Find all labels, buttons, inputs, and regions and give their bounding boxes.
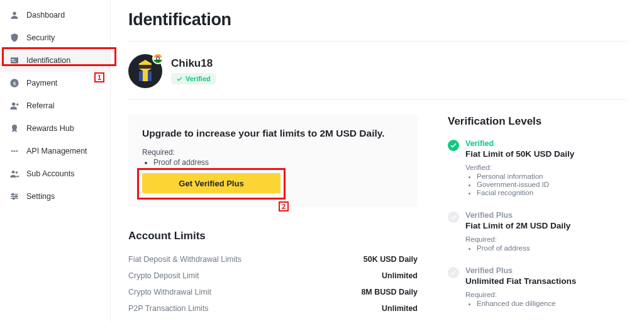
annotation-box-2: 2 xyxy=(137,168,286,200)
sidebar-item-label: Referral xyxy=(26,101,54,110)
svg-text:$: $ xyxy=(13,81,16,86)
status-badge-label: Verified xyxy=(186,75,211,82)
sidebar-item-api[interactable]: API Management xyxy=(0,140,110,162)
limits-row: Fiat Deposit & Withdrawal Limits50K USD … xyxy=(128,251,418,268)
divider xyxy=(128,41,626,42)
users-icon xyxy=(9,168,20,179)
svg-rect-18 xyxy=(139,65,152,69)
shield-icon xyxy=(9,32,20,43)
sliders-icon xyxy=(9,191,20,202)
sidebar-item-payment[interactable]: $ Payment xyxy=(0,72,110,94)
svg-point-9 xyxy=(14,150,16,152)
svg-point-7 xyxy=(12,125,17,130)
upgrade-required-list: Proof of address xyxy=(142,158,404,167)
svg-point-6 xyxy=(12,103,15,106)
svg-rect-2 xyxy=(11,59,14,60)
level-name: Verified Plus xyxy=(465,211,570,220)
level-name: Verified xyxy=(465,139,574,148)
dollar-icon: $ xyxy=(9,77,20,89)
verification-level: Verified Plus Unlimited Fiat Transaction… xyxy=(448,266,626,308)
verification-level: Verified Plus Fiat Limit of 2M USD Daily… xyxy=(448,211,626,252)
limits-label: P2P Transaction Limits xyxy=(128,304,209,313)
person-icon xyxy=(9,9,20,21)
medal-icon xyxy=(9,123,20,134)
sidebar-item-identification[interactable]: Identification xyxy=(0,49,110,72)
id-card-icon xyxy=(9,55,20,66)
main-content: Identification Chiku18 Verified Upgrade … xyxy=(110,0,644,322)
svg-point-0 xyxy=(13,12,16,15)
limits-value: 50K USD Daily xyxy=(364,255,418,264)
level-item: Personal information xyxy=(477,172,574,180)
sidebar-item-security[interactable]: Security xyxy=(0,26,110,49)
sidebar-item-label: Sub Accounts xyxy=(26,169,74,178)
limits-value: 8M BUSD Daily xyxy=(361,288,418,296)
svg-point-8 xyxy=(11,150,13,152)
sidebar-item-referral[interactable]: Referral xyxy=(0,94,110,117)
page-title: Identification xyxy=(128,10,626,30)
avatar xyxy=(128,54,162,88)
check-circle-icon xyxy=(448,140,459,151)
level-item: Proof of address xyxy=(477,244,570,252)
limits-value: Unlimited xyxy=(382,271,418,280)
verification-level: Verified Fiat Limit of 50K USD Daily Ver… xyxy=(448,139,626,197)
svg-rect-1 xyxy=(11,57,18,63)
level-limit: Fiat Limit of 50K USD Daily xyxy=(465,149,574,159)
sidebar-item-sub-accounts[interactable]: Sub Accounts xyxy=(0,162,110,185)
sidebar: Dashboard Security Identification $ Paym… xyxy=(0,0,110,322)
sidebar-item-label: Payment xyxy=(26,79,57,87)
level-sub-label: Required: xyxy=(465,235,570,243)
check-circle-icon xyxy=(448,212,459,223)
svg-point-13 xyxy=(12,193,14,195)
sidebar-item-rewards[interactable]: Rewards Hub xyxy=(0,117,110,140)
svg-point-14 xyxy=(15,196,17,198)
check-icon xyxy=(176,76,183,82)
svg-rect-3 xyxy=(11,61,16,62)
upgrade-required-label: Required: xyxy=(142,148,404,157)
add-user-icon xyxy=(9,100,20,111)
level-item: Enhanced due dilligence xyxy=(477,300,576,307)
level-sub-label: Verified: xyxy=(465,164,574,171)
status-badge-verified: Verified xyxy=(171,73,216,84)
flag-india-icon xyxy=(152,53,164,64)
check-circle-icon xyxy=(448,267,459,278)
profile-header: Chiku18 Verified xyxy=(128,50,626,100)
level-limit: Unlimited Fiat Transactions xyxy=(465,276,576,286)
sidebar-item-label: Rewards Hub xyxy=(26,124,74,133)
level-item-list: Proof of address xyxy=(465,244,570,252)
sidebar-item-label: Dashboard xyxy=(26,11,65,20)
level-item-list: Enhanced due dilligence xyxy=(465,300,576,307)
annotation-badge-2: 2 xyxy=(279,201,289,212)
level-limit: Fiat Limit of 2M USD Daily xyxy=(465,221,570,230)
svg-point-10 xyxy=(16,150,18,152)
level-item-list: Personal information Government-issued I… xyxy=(465,172,574,196)
level-item: Facial recognition xyxy=(477,189,574,196)
sidebar-item-label: Settings xyxy=(26,192,55,201)
svg-point-15 xyxy=(13,198,14,200)
limits-row: P2P Transaction LimitsUnlimited xyxy=(128,300,418,317)
svg-point-12 xyxy=(16,171,18,173)
level-sub-label: Required: xyxy=(465,291,576,298)
svg-rect-17 xyxy=(143,71,148,81)
sidebar-item-settings[interactable]: Settings xyxy=(0,185,110,208)
upgrade-required-item: Proof of address xyxy=(153,158,404,167)
limits-label: Crypto Deposit Limit xyxy=(128,271,199,280)
upgrade-headline: Upgrade to increase your fiat limits to … xyxy=(142,128,404,139)
limits-value: Unlimited xyxy=(382,304,418,313)
limits-label: Crypto Withdrawal Limit xyxy=(128,288,211,296)
annotation-badge-1: 1 xyxy=(94,72,104,82)
level-name: Verified Plus xyxy=(465,266,576,275)
level-item: Government-issued ID xyxy=(477,181,574,188)
sidebar-item-label: Security xyxy=(26,33,55,42)
profile-username: Chiku18 xyxy=(171,57,216,70)
api-icon xyxy=(9,145,20,157)
svg-point-11 xyxy=(12,171,15,174)
sidebar-item-dashboard[interactable]: Dashboard xyxy=(0,4,110,26)
upgrade-card: Upgrade to increase your fiat limits to … xyxy=(128,115,418,207)
sidebar-item-label: Identification xyxy=(26,56,70,65)
limits-row: Crypto Deposit LimitUnlimited xyxy=(128,268,418,284)
verification-levels-heading: Verification Levels xyxy=(448,115,626,128)
limits-label: Fiat Deposit & Withdrawal Limits xyxy=(128,255,242,264)
account-limits-heading: Account Limits xyxy=(128,230,418,242)
limits-row: Crypto Withdrawal Limit8M BUSD Daily xyxy=(128,284,418,300)
sidebar-item-label: API Management xyxy=(26,147,87,155)
